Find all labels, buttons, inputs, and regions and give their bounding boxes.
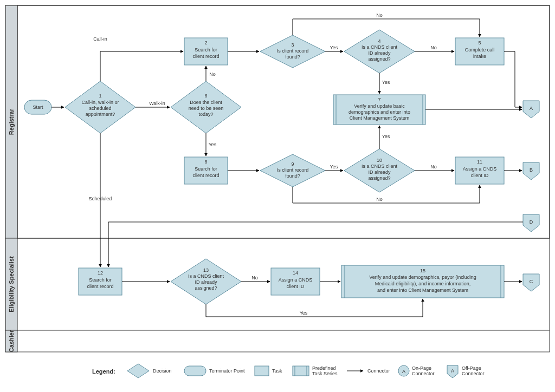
offpage-c: C (523, 274, 539, 291)
svg-text:2: 2 (204, 40, 207, 45)
svg-text:Is a CNDS client: Is a CNDS client (188, 273, 224, 279)
svg-text:ID already: ID already (368, 169, 391, 175)
svg-text:No: No (376, 197, 383, 202)
predef-15: 15 Verify and update demographics, payor… (341, 265, 504, 298)
svg-text:11: 11 (477, 159, 482, 165)
lane-eligibility-label: Eligibility Specialist (8, 256, 15, 312)
svg-text:14: 14 (293, 270, 298, 276)
svg-text:Client Management System: Client Management System (350, 115, 410, 121)
lane-registrar-label: Registrar (8, 108, 15, 135)
svg-text:client record: client record (192, 173, 219, 178)
svg-text:demographics and enter into: demographics and enter into (349, 109, 410, 115)
legend: Legend: Decision Terminator Point Task P… (92, 364, 485, 378)
svg-text:Decision: Decision (153, 368, 172, 374)
start-label: Start (33, 104, 43, 110)
svg-text:client ID: client ID (471, 173, 489, 178)
svg-text:Is client record: Is client record (277, 48, 309, 54)
svg-text:Is a CNDS client: Is a CNDS client (362, 44, 398, 50)
svg-text:4: 4 (378, 38, 380, 44)
svg-text:Does the client: Does the client (190, 100, 222, 105)
svg-text:ID already: ID already (368, 50, 391, 56)
svg-text:3: 3 (291, 42, 294, 48)
svg-text:scheduled: scheduled (89, 106, 111, 111)
task-8: 8 Search for client record (184, 157, 228, 184)
svg-text:Assign a CNDS: Assign a CNDS (463, 166, 497, 172)
svg-text:assigned?: assigned? (195, 285, 217, 291)
svg-text:and enter into Client Manageme: and enter into Client Management System (377, 288, 468, 293)
svg-text:6: 6 (204, 93, 207, 99)
svg-text:A: A (451, 368, 454, 374)
svg-text:client record: client record (192, 54, 219, 59)
svg-rect-103 (255, 366, 269, 376)
svg-text:10: 10 (377, 158, 382, 163)
svg-text:Yes: Yes (330, 164, 338, 169)
edge-callin: Call-in (93, 36, 107, 42)
task-5: 5 Complete call intake (455, 38, 504, 65)
lane-cashier-label: Cashier (8, 330, 15, 352)
svg-text:Yes: Yes (382, 80, 390, 85)
svg-text:Connector: Connector (412, 371, 435, 376)
svg-text:client ID: client ID (287, 284, 305, 289)
svg-text:Yes: Yes (209, 142, 217, 147)
svg-text:B: B (530, 167, 533, 173)
svg-text:Call-in, walk-in or: Call-in, walk-in or (81, 100, 119, 105)
decision-13: 13 Is a CNDS client ID already assigned? (171, 259, 241, 304)
svg-text:need to be seen: need to be seen (189, 106, 224, 111)
svg-text:13: 13 (203, 267, 209, 273)
svg-text:Task: Task (272, 368, 282, 374)
svg-text:assigned?: assigned? (368, 56, 390, 62)
svg-text:Is a CNDS client: Is a CNDS client (362, 164, 398, 169)
svg-rect-101 (184, 366, 206, 376)
task-12: 12 Search for client record (79, 268, 122, 295)
svg-text:Yes: Yes (382, 134, 390, 139)
svg-text:8: 8 (204, 159, 207, 165)
svg-text:Yes: Yes (300, 310, 308, 316)
svg-text:found?: found? (285, 173, 300, 179)
svg-text:appointment?: appointment? (86, 112, 115, 117)
svg-text:A: A (402, 369, 405, 374)
svg-text:intake: intake (473, 54, 486, 59)
svg-text:9: 9 (291, 161, 294, 167)
svg-text:assigned?: assigned? (368, 175, 390, 181)
svg-text:Connector: Connector (367, 368, 390, 374)
svg-text:No: No (209, 71, 216, 77)
svg-text:client record: client record (87, 284, 113, 289)
svg-text:Task Series: Task Series (312, 371, 338, 376)
svg-text:found?: found? (285, 54, 300, 60)
svg-text:today?: today? (198, 112, 213, 117)
svg-text:On-Page: On-Page (412, 365, 431, 371)
svg-text:Connector: Connector (462, 371, 485, 376)
svg-text:5: 5 (478, 40, 481, 45)
svg-text:D: D (530, 219, 533, 225)
svg-text:Verify and update basic: Verify and update basic (354, 103, 405, 109)
svg-text:C: C (530, 279, 533, 284)
svg-text:Is client record: Is client record (277, 167, 309, 173)
svg-text:No: No (430, 164, 437, 169)
svg-text:Search for: Search for (89, 277, 112, 283)
svg-text:Yes: Yes (330, 45, 338, 50)
svg-text:No: No (376, 12, 383, 18)
task-11: 11 Assign a CNDS client ID (455, 157, 504, 184)
svg-text:1: 1 (99, 93, 101, 99)
edge-scheduled: Scheduled (89, 196, 112, 201)
svg-text:7: 7 (378, 97, 380, 102)
svg-text:Verify and update demographics: Verify and update demographics, payor (i… (369, 275, 476, 280)
svg-text:Search for: Search for (195, 166, 217, 172)
svg-marker-99 (127, 364, 149, 378)
svg-text:Assign a CNDS: Assign a CNDS (279, 277, 313, 283)
svg-text:No: No (430, 45, 437, 50)
task-2: 2 Search for client record (184, 38, 228, 65)
svg-text:12: 12 (98, 270, 103, 276)
svg-text:No: No (251, 275, 258, 280)
svg-text:ID already: ID already (195, 279, 217, 285)
svg-text:Off-Page: Off-Page (462, 365, 481, 371)
svg-text:Medicaid eligibility), and inc: Medicaid eligibility), and income inform… (375, 281, 471, 286)
edge-walkin: Walk-in (149, 101, 165, 106)
task-14: 14 Assign a CNDS client ID (271, 268, 320, 295)
predef-7: 7 Verify and update basic demographics a… (333, 95, 425, 125)
svg-text:15: 15 (420, 268, 425, 273)
svg-text:A: A (530, 106, 533, 111)
svg-text:Terminator Point: Terminator Point (209, 368, 245, 374)
svg-text:Legend:: Legend: (92, 368, 115, 375)
svg-text:Search for: Search for (195, 47, 217, 53)
